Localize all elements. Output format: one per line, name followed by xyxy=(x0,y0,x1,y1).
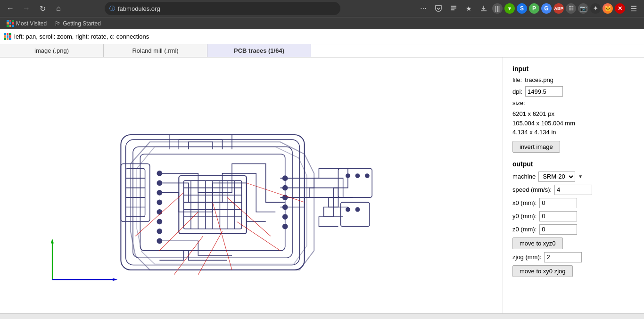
svg-point-46 xyxy=(365,174,369,178)
invert-image-button[interactable]: invert image xyxy=(512,141,560,153)
z0-input[interactable] xyxy=(539,224,577,235)
size-label: size: xyxy=(512,99,525,106)
size-px: 6201 x 6201 px xyxy=(512,109,635,119)
svg-marker-62 xyxy=(113,278,117,281)
svg-point-44 xyxy=(346,174,350,178)
instruction-text: left: pan, scroll: zoom, right: rotate, … xyxy=(14,33,149,40)
hamburger-menu[interactable]: ☰ xyxy=(627,2,640,15)
ext-abp[interactable]: ABP xyxy=(553,3,564,14)
y0-input[interactable] xyxy=(539,211,577,221)
svg-point-28 xyxy=(157,171,162,176)
toolbar-right: ⋯ ★ ||| ▼ S P G ABP ☷ 📷 ✦ 🐱 ✕ ☰ xyxy=(417,2,640,15)
getting-started-bookmark[interactable]: 🏳 Getting Started xyxy=(51,19,104,28)
svg-point-32 xyxy=(157,210,162,214)
svg-line-55 xyxy=(247,183,305,202)
dpi-label: dpi: xyxy=(512,88,522,95)
ext-star4[interactable]: ✦ xyxy=(590,3,601,14)
x0-row: x0 (mm): xyxy=(512,198,635,208)
tab-image-png[interactable]: image (.png) xyxy=(0,44,104,57)
dpi-row: dpi: xyxy=(512,86,635,97)
zjog-label: zjog (mm): xyxy=(512,254,541,261)
ext-screenshot[interactable]: 📷 xyxy=(578,3,588,14)
svg-point-48 xyxy=(355,208,359,212)
instruction-bar: left: pan, scroll: zoom, right: rotate, … xyxy=(0,29,644,44)
tab-roland-mill[interactable]: Roland mill (.rml) xyxy=(104,44,207,57)
svg-point-45 xyxy=(355,174,359,178)
x0-label: x0 (mm): xyxy=(512,199,537,206)
bookmark-star-icon[interactable]: ★ xyxy=(462,2,475,15)
size-in: 4.134 x 4.134 in xyxy=(512,128,635,137)
speed-row: speed (mm/s): xyxy=(512,185,635,195)
firefox-logo: 🐱 xyxy=(603,3,613,14)
forward-button[interactable]: → xyxy=(20,2,33,15)
ext-greenext[interactable]: ▼ xyxy=(504,3,515,14)
svg-point-41 xyxy=(283,224,288,229)
grid-icon xyxy=(7,20,14,27)
address-bar[interactable]: ⓘ fabmodules.org xyxy=(105,2,340,15)
y0-label: y0 (mm): xyxy=(512,213,537,220)
move-xyz0-button[interactable]: move to xyz0 xyxy=(512,237,563,249)
url-text: fabmodules.org xyxy=(118,5,160,12)
svg-point-47 xyxy=(346,208,350,212)
getting-started-label: Getting Started xyxy=(63,20,101,27)
security-icon: ⓘ xyxy=(109,5,115,13)
bottom-scrollbar[interactable] xyxy=(0,313,644,319)
size-row: size: xyxy=(512,99,635,106)
right-panel: input file: traces.png dpi: size: 6201 x… xyxy=(503,57,644,313)
dpi-input[interactable] xyxy=(525,86,563,97)
move-zjog-button[interactable]: move to xy0 zjog xyxy=(512,265,573,277)
download-icon[interactable] xyxy=(477,2,490,15)
svg-line-57 xyxy=(237,221,280,250)
svg-rect-1 xyxy=(451,8,456,8)
svg-point-34 xyxy=(157,229,162,234)
most-visited-bookmark[interactable]: Most Visited xyxy=(4,19,50,28)
svg-point-40 xyxy=(283,214,288,219)
ext-library[interactable]: ||| xyxy=(492,3,503,14)
input-section: input file: traces.png dpi: size: 6201 x… xyxy=(512,65,635,153)
x0-input[interactable] xyxy=(539,198,577,208)
svg-point-36 xyxy=(283,176,288,180)
ext-g[interactable]: G xyxy=(541,3,552,14)
machine-select[interactable]: SRM-20 xyxy=(538,172,575,182)
speed-input[interactable] xyxy=(554,185,592,195)
file-label: file: xyxy=(512,76,522,83)
back-button[interactable]: ← xyxy=(4,2,17,15)
z0-row: z0 (mm): xyxy=(512,224,635,235)
svg-rect-0 xyxy=(451,6,456,7)
zjog-row: zjog (mm): xyxy=(512,252,635,262)
page-grid-icon xyxy=(4,33,11,41)
bookmarks-bar: Most Visited 🏳 Getting Started xyxy=(0,17,644,29)
size-values: 6201 x 6201 px 105.004 x 105.004 mm 4.13… xyxy=(512,109,635,137)
main-area: input file: traces.png dpi: size: 6201 x… xyxy=(0,57,644,313)
machine-label: machine xyxy=(512,173,536,180)
close-ext[interactable]: ✕ xyxy=(615,3,625,14)
svg-point-30 xyxy=(157,190,162,195)
refresh-button[interactable]: ↻ xyxy=(36,2,49,15)
ext-p[interactable]: P xyxy=(529,3,539,14)
firefox-bookmark-icon: 🏳 xyxy=(54,20,61,27)
svg-point-29 xyxy=(157,180,162,185)
input-title: input xyxy=(512,65,635,73)
browser-toolbar: ← → ↻ ⌂ ⓘ fabmodules.org ⋯ ★ ||| ▼ S P xyxy=(0,0,644,17)
svg-point-31 xyxy=(157,200,162,204)
canvas-area[interactable] xyxy=(0,57,503,313)
ext-s[interactable]: S xyxy=(517,3,527,14)
svg-marker-50 xyxy=(137,147,307,264)
tab-pcb-traces[interactable]: PCB traces (1/64) xyxy=(207,44,311,57)
svg-point-35 xyxy=(157,238,162,243)
pocket-icon[interactable] xyxy=(432,2,445,15)
size-mm: 105.004 x 105.004 mm xyxy=(512,119,635,128)
ext-grid[interactable]: ☷ xyxy=(566,3,576,14)
svg-marker-60 xyxy=(51,238,54,243)
page-content: left: pan, scroll: zoom, right: rotate, … xyxy=(0,29,644,319)
zjog-input[interactable] xyxy=(544,252,582,262)
svg-rect-8 xyxy=(126,169,145,217)
reading-list-icon[interactable] xyxy=(447,2,460,15)
file-row: file: traces.png xyxy=(512,76,635,83)
home-button[interactable]: ⌂ xyxy=(52,2,65,15)
machine-row: machine SRM-20 ▼ xyxy=(512,172,635,182)
svg-point-37 xyxy=(283,186,288,190)
most-visited-label: Most Visited xyxy=(16,20,47,27)
svg-rect-7 xyxy=(121,164,149,221)
more-button[interactable]: ⋯ xyxy=(417,2,430,15)
